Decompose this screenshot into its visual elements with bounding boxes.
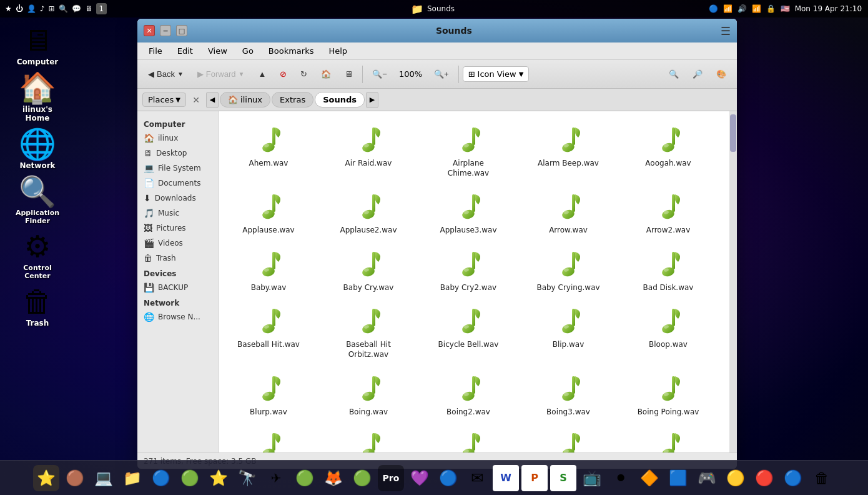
taskbar-icon-launcher[interactable]: 🟤	[62, 465, 88, 491]
taskbar-icon-word[interactable]: W	[493, 465, 519, 491]
scrollbar-track[interactable]	[729, 111, 737, 452]
file-item[interactable]: Baseball Hit Orbitz.wav	[325, 299, 412, 366]
taskbar-icon-qbittorrent[interactable]: 🟦	[665, 465, 691, 491]
scrollbar-thumb[interactable]	[730, 114, 736, 152]
taskbar-icon-filemanager[interactable]: 📁	[119, 465, 145, 491]
taskbar-icon-vlc[interactable]: 🔶	[636, 465, 663, 491]
bc-sounds-item[interactable]: Sounds	[315, 92, 365, 108]
sidebar-item-browse-network[interactable]: 🌐 Browse N...	[137, 309, 218, 324]
menu-go[interactable]: Go	[236, 44, 260, 58]
file-item[interactable]: Baby Crying.wav	[525, 242, 612, 299]
file-item[interactable]: Boing3.wav	[525, 366, 612, 424]
file-item[interactable]: Baby Cry.wav	[325, 242, 412, 299]
desktop-icon-controlcenter[interactable]: ⚙ Control Center	[12, 231, 62, 280]
sidebar-item-videos[interactable]: 🎬 Videos	[137, 236, 218, 251]
taskbar-icon-skype[interactable]: 🔵	[435, 465, 461, 491]
search-button[interactable]: 🔍	[663, 66, 684, 82]
file-item[interactable]: Bicycle Bell.wav	[425, 299, 512, 366]
sidebar-item-backup[interactable]: 💾 BACKUP	[137, 280, 218, 295]
up-button[interactable]: ▲	[252, 66, 272, 82]
taskbar-icon-mega[interactable]: 🟡	[723, 465, 749, 491]
menu-view[interactable]: View	[202, 44, 234, 58]
file-item[interactable]: Air Raid.wav	[325, 118, 412, 184]
file-item[interactable]: Baby.wav	[225, 242, 312, 299]
file-item[interactable]: Arrow.wav	[525, 184, 612, 242]
file-item[interactable]: Blip.wav	[525, 299, 612, 366]
file-item[interactable]: Aoogah.wav	[624, 118, 712, 184]
file-item[interactable]: Bad Disk.wav	[624, 242, 712, 299]
taskbar-icon-anydesk[interactable]: 🔴	[751, 465, 777, 491]
taskbar-icon-presentation[interactable]: P	[521, 465, 548, 491]
sidebar-item-music[interactable]: 🎵 Music	[137, 206, 218, 221]
zoom-out-button[interactable]: 🔍−	[367, 66, 393, 82]
taskbar-icon-chrome[interactable]: 🟢	[349, 465, 375, 491]
bc-next-arrow[interactable]: ▶	[366, 92, 378, 108]
file-item[interactable]: Baby Cry2.wav	[425, 242, 512, 299]
taskbar-icon-amazon[interactable]: ⚫	[608, 465, 634, 491]
file-item[interactable]: Boing Poing.wav	[624, 366, 712, 424]
places-button[interactable]: Places ▼	[142, 92, 186, 107]
taskbar-icon-star[interactable]: ⭐	[33, 465, 59, 491]
taskbar-icon-rocket[interactable]: ✈	[263, 465, 289, 491]
menu-bookmarks[interactable]: Bookmarks	[262, 44, 320, 58]
sidebar-item-desktop[interactable]: 🖥 Desktop	[137, 146, 218, 161]
file-item[interactable]: Alarm Beep.wav	[525, 118, 612, 184]
file-item[interactable]: Applause.wav	[225, 184, 312, 242]
taskbar-icon-trash-can[interactable]: 🟢	[292, 465, 318, 491]
sidebar-item-downloads[interactable]: ⬇ Downloads	[137, 191, 218, 206]
taskbar-icon-colors[interactable]: 🟢	[177, 465, 203, 491]
desktop-icon-home[interactable]: 🏠 ilinux's Home	[12, 72, 62, 122]
file-item[interactable]: Arrow2.wav	[624, 184, 712, 242]
file-item[interactable]: Boing.wav	[325, 366, 412, 424]
sidebar-item-ilinux[interactable]: 🏠 ilinux	[137, 131, 218, 146]
taskbar-icon-spreadsheet[interactable]: S	[550, 465, 576, 491]
taskbar-icon-fav[interactable]: ⭐	[205, 465, 232, 491]
file-item[interactable]: Baseball Hit.wav	[225, 299, 312, 366]
home-button[interactable]: 🏠	[315, 66, 337, 82]
file-item[interactable]: Applause2.wav	[325, 184, 412, 242]
sidebar-item-filesystem[interactable]: 💻 File System	[137, 161, 218, 176]
taskbar-icon-recorder[interactable]: 📺	[579, 465, 605, 491]
sidebar-item-pictures[interactable]: 🖼 Pictures	[137, 221, 218, 236]
desktop-icon-computer[interactable]: 🖥 Computer	[12, 25, 62, 66]
preview-button[interactable]: 🔎	[687, 66, 708, 82]
desktop-icon-network[interactable]: 🌐 Network	[12, 129, 62, 170]
back-button[interactable]: ◀ Back ▼	[142, 66, 189, 82]
view-select[interactable]: ⊞ Icon View ▼	[463, 66, 530, 82]
close-button[interactable]: ✕	[144, 25, 155, 36]
desktop-icon-appfinder[interactable]: 🔍 Application Finder	[12, 176, 62, 225]
taskbar-icon-steam[interactable]: 🎮	[694, 465, 720, 491]
taskbar-icon-viber[interactable]: 💜	[407, 465, 433, 491]
file-item[interactable]: Bloop.wav	[624, 299, 712, 366]
taskbar-icon-binoculars[interactable]: 🔭	[234, 465, 260, 491]
file-item[interactable]: Boom.wav	[525, 423, 612, 452]
reload-button[interactable]: ↻	[295, 66, 313, 82]
zoom-in-button[interactable]: 🔍+	[428, 66, 455, 82]
taskbar-icon-trash-dock[interactable]: 🗑	[809, 465, 835, 491]
bc-extras-item[interactable]: Extras	[272, 92, 313, 108]
menu-file[interactable]: File	[142, 44, 169, 58]
minimize-button[interactable]: −	[160, 25, 171, 36]
bc-prev-arrow[interactable]: ◀	[206, 92, 219, 108]
computer-nav-button[interactable]: 🖥	[339, 66, 358, 82]
maximize-button[interactable]: □	[176, 25, 187, 36]
forward-button[interactable]: ▶ Forward ▼	[192, 66, 250, 82]
taskbar-icon-pro[interactable]: Pro	[378, 465, 404, 491]
file-item[interactable]: Airplane Chime.wav	[425, 118, 512, 184]
bc-home-item[interactable]: 🏠 ilinux	[220, 92, 270, 108]
menu-edit[interactable]: Edit	[171, 44, 199, 58]
file-item[interactable]: Bomb.wav	[325, 423, 412, 452]
file-item[interactable]: Boing2.wav	[425, 366, 512, 424]
desktop-icon-trash[interactable]: 🗑 Trash	[12, 286, 62, 328]
taskbar-icon-teamviewer[interactable]: 🔵	[780, 465, 806, 491]
close-places-button[interactable]: ✕	[190, 94, 202, 106]
file-item[interactable]: Bottle.wav	[624, 423, 712, 452]
taskbar-icon-firefox[interactable]: 🦊	[320, 465, 347, 491]
stop-button[interactable]: ⊘	[274, 66, 292, 82]
color-button[interactable]: 🎨	[711, 66, 732, 82]
window-menu-button[interactable]: ☰	[721, 24, 731, 38]
file-item[interactable]: Boing Spring.wav	[225, 423, 312, 452]
taskbar-icon-files[interactable]: 💻	[91, 465, 117, 491]
menu-help[interactable]: Help	[322, 44, 353, 58]
taskbar-icon-mail[interactable]: ✉	[464, 465, 490, 491]
